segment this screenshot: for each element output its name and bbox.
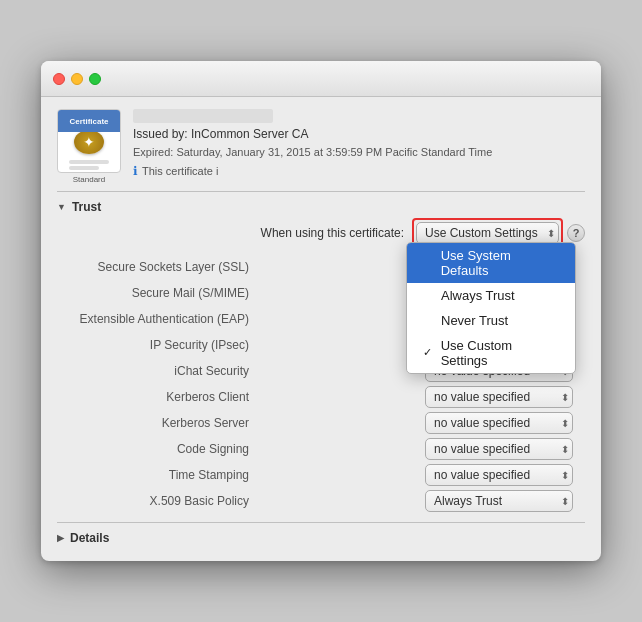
menu-item-label-always-trust: Always Trust (441, 288, 515, 303)
settings-row-control: Always Trust (425, 490, 585, 512)
menu-item-never-trust[interactable]: Never Trust (407, 308, 575, 333)
menu-item-label-never-trust: Never Trust (441, 313, 508, 328)
menu-item-always-trust[interactable]: Always Trust (407, 283, 575, 308)
row-dropdown[interactable]: no value specified (425, 438, 573, 460)
cert-expired: Expired: Saturday, January 31, 2015 at 3… (133, 144, 585, 162)
settings-row-label: X.509 Basic Policy (57, 494, 257, 508)
settings-row-label: IP Security (IPsec) (57, 338, 257, 352)
settings-row-control: no value specified (425, 412, 585, 434)
when-using-label: When using this certificate: (261, 226, 404, 240)
settings-row: Time Stampingno value specified (57, 464, 585, 486)
menu-item-use-system-defaults[interactable]: Use System Defaults (407, 243, 575, 283)
row-dropdown-wrapper[interactable]: no value specified (425, 464, 573, 486)
settings-row-label: Kerberos Server (57, 416, 257, 430)
maximize-button[interactable] (89, 73, 101, 85)
settings-row: Kerberos Serverno value specified (57, 412, 585, 434)
cert-status: ℹ This certificate i (133, 162, 585, 181)
row-dropdown-wrapper[interactable]: Always Trust (425, 490, 573, 512)
details-triangle-icon: ▶ (57, 533, 64, 543)
row-dropdown-wrapper[interactable]: no value specified (425, 386, 573, 408)
cert-status-icon: ℹ (133, 162, 138, 181)
menu-item-use-custom-settings[interactable]: ✓ Use Custom Settings (407, 333, 575, 373)
check-mark-custom: ✓ (423, 346, 435, 359)
cert-info: Issued by: InCommon Server CA Expired: S… (133, 109, 585, 181)
trust-header-label: Trust (72, 200, 101, 214)
row-dropdown[interactable]: Always Trust (425, 490, 573, 512)
menu-item-label-use-custom-settings: Use Custom Settings (441, 338, 559, 368)
settings-row-label: Kerberos Client (57, 390, 257, 404)
settings-row-label: Extensible Authentication (EAP) (57, 312, 257, 326)
cert-name-bar (133, 109, 273, 123)
content-area: Certificate ✦ Standard Issued by: InComm… (41, 97, 601, 561)
row-dropdown-wrapper[interactable]: no value specified (425, 438, 573, 460)
cert-icon: Certificate ✦ Standard (57, 109, 121, 173)
details-header-label: Details (70, 531, 109, 545)
row-dropdown[interactable]: no value specified (425, 412, 573, 434)
settings-row: Code Signingno value specified (57, 438, 585, 460)
trust-dropdown-container: Use Custom Settings Use System Defaults … (416, 222, 559, 244)
help-button[interactable]: ? (567, 224, 585, 242)
settings-row-label: Time Stamping (57, 468, 257, 482)
divider-1 (57, 191, 585, 192)
trust-dropdown-wrapper[interactable]: Use Custom Settings (416, 222, 559, 244)
settings-row: Kerberos Clientno value specified (57, 386, 585, 408)
close-button[interactable] (53, 73, 65, 85)
settings-row: X.509 Basic PolicyAlways Trust (57, 490, 585, 512)
trust-dropdown[interactable]: Use Custom Settings (416, 222, 559, 244)
cert-seal: ✦ (74, 130, 104, 154)
cert-header: Certificate ✦ Standard Issued by: InComm… (57, 109, 585, 181)
settings-row-label: Code Signing (57, 442, 257, 456)
cert-type-label: Standard (57, 175, 121, 184)
main-window: Certificate ✦ Standard Issued by: InComm… (41, 61, 601, 561)
details-header[interactable]: ▶ Details (57, 531, 585, 545)
cert-status-text: This certificate i (142, 163, 218, 181)
menu-item-label-use-system-defaults: Use System Defaults (441, 248, 559, 278)
minimize-button[interactable] (71, 73, 83, 85)
trust-triangle-icon: ▼ (57, 202, 66, 212)
trust-dropdown-popup: Use System Defaults Always Trust Never T… (406, 242, 576, 374)
settings-row-control: no value specified (425, 464, 585, 486)
settings-row-label: Secure Mail (S/MIME) (57, 286, 257, 300)
details-section: ▶ Details (57, 522, 585, 545)
cert-ribbon-text: Certificate (69, 117, 108, 126)
row-dropdown[interactable]: no value specified (425, 386, 573, 408)
trust-header[interactable]: ▼ Trust (57, 200, 585, 214)
traffic-lights (53, 73, 101, 85)
settings-row-label: iChat Security (57, 364, 257, 378)
trust-section: ▼ Trust When using this certificate: Use… (57, 200, 585, 512)
titlebar (41, 61, 601, 97)
when-using-row: When using this certificate: Use Custom … (57, 222, 585, 244)
settings-row-label: Secure Sockets Layer (SSL) (57, 260, 257, 274)
settings-row-control: no value specified (425, 386, 585, 408)
row-dropdown[interactable]: no value specified (425, 464, 573, 486)
settings-row-control: no value specified (425, 438, 585, 460)
cert-issued-by: Issued by: InCommon Server CA (133, 125, 585, 144)
row-dropdown-wrapper[interactable]: no value specified (425, 412, 573, 434)
